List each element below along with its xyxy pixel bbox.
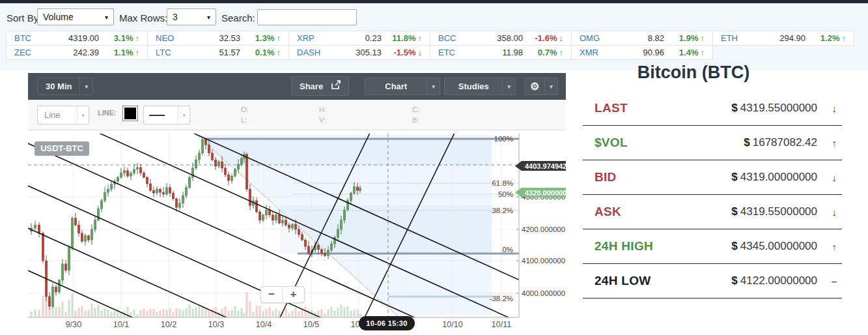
stat-row--vol: $VOL$16787082.42↑ xyxy=(583,126,842,160)
draw-type-value: Line xyxy=(38,110,67,120)
stat-row-ask: ASK$4319.55000000↓ xyxy=(583,195,842,229)
x-axis-label: 9/30 xyxy=(66,320,81,329)
zoom-controls: − + xyxy=(260,286,305,303)
max-rows-label: Max Rows: xyxy=(119,12,167,23)
trend-up-icon: ↑ xyxy=(135,48,140,57)
chevron-down-icon: ▾ xyxy=(79,78,92,95)
ticker-symbol: DASH xyxy=(297,48,331,57)
ticker-cell-xrp[interactable]: XRP0.2311.8%↑ xyxy=(288,31,430,46)
sort-by-select[interactable]: Volume ▾ xyxy=(37,8,114,25)
zoom-in-button[interactable]: + xyxy=(283,287,304,302)
stat-label: LAST xyxy=(595,101,628,115)
fib-level-label: 50% xyxy=(498,190,513,198)
ticker-cell-bcc[interactable]: BCC358.00-1.6%↓ xyxy=(430,31,572,46)
settings-button[interactable]: ⚙ ▾ xyxy=(524,78,558,95)
chart-type-button[interactable]: Chart ▾ xyxy=(365,78,440,95)
symbol-tag-label: USDT-BTC xyxy=(40,143,83,153)
line-style-select[interactable]: ▾ xyxy=(143,106,190,124)
stat-label: 24H HIGH xyxy=(595,239,653,254)
stat-value: $4345.00000000 xyxy=(731,240,817,253)
ticker-cell-btc[interactable]: BTC4319.003.1%↑ xyxy=(6,31,148,46)
coin-detail-panel: Bitcoin (BTC) LAST$4319.55000000↓$VOL$16… xyxy=(583,63,842,299)
ticker-cell-omg[interactable]: OMG8.821.9%↑ xyxy=(571,31,713,46)
line-color-swatch[interactable] xyxy=(122,106,138,121)
stat-row-24h-high: 24H HIGH$4345.00000000↑ xyxy=(583,229,842,264)
controls-row: Sort By: Volume ▾ Max Rows: 3 ▾ Search: xyxy=(0,8,868,28)
zoom-out-button[interactable]: − xyxy=(261,287,283,302)
stat-row-bid: BID$4319.00000000↓ xyxy=(583,160,842,195)
stat-value: $4319.00000000 xyxy=(731,171,817,184)
trend-up-icon: ↑ xyxy=(277,48,281,57)
ticker-price: 294.90 xyxy=(755,33,805,43)
x-axis-label: 10/5 xyxy=(303,320,319,329)
ticker-change: 11.8%↑ xyxy=(382,33,422,43)
ticker-cell-eth[interactable]: ETH294.901.2%↑ xyxy=(712,31,854,46)
ticker-change: 1.4%↑ xyxy=(664,48,705,57)
fib-level-label: 38.2% xyxy=(492,207,513,214)
ticker-price: 51.57 xyxy=(189,48,240,57)
ticker-cell-etc[interactable]: ETC11.980.7%↑ xyxy=(430,45,572,60)
interval-label: 30 Min xyxy=(38,81,79,91)
trend-up-icon: ↑ xyxy=(135,33,140,43)
stat-value: $4122.00000000 xyxy=(731,274,817,287)
stats-list: LAST$4319.55000000↓$VOL$16787082.42↑BID$… xyxy=(583,91,842,299)
trading-dashboard: Sort By: Volume ▾ Max Rows: 3 ▾ Search: … xyxy=(0,0,868,335)
ticker-change: 0.1%↑ xyxy=(240,48,281,57)
page-title: Bitcoin (BTC) xyxy=(583,63,842,83)
sort-by-value: Volume xyxy=(43,12,74,22)
ohlc-high-vol: H:V: xyxy=(319,104,326,125)
share-button[interactable]: Share xyxy=(291,76,349,96)
trend-up-icon: ↑ xyxy=(842,33,847,43)
chevron-down-icon: ▾ xyxy=(544,78,557,95)
search-input[interactable] xyxy=(257,9,357,25)
trend-flat-icon: – xyxy=(817,276,837,287)
trend-up-icon: ↑ xyxy=(277,33,281,43)
max-rows-select[interactable]: 3 ▾ xyxy=(167,8,216,25)
chevron-down-icon: ▾ xyxy=(427,78,440,95)
ticker-change: -1.5%↓ xyxy=(382,48,422,57)
stat-label: $VOL xyxy=(595,136,628,150)
fib-level-label: 100% xyxy=(494,135,513,143)
interval-button[interactable]: 30 Min ▾ xyxy=(37,78,93,95)
line-style-icon xyxy=(149,115,165,116)
ticker-change: -1.6%↓ xyxy=(523,33,563,43)
stat-label: 24H LOW xyxy=(595,274,651,288)
ticker-price: 8.82 xyxy=(613,33,664,43)
ticker-symbol: NEO xyxy=(156,33,189,43)
share-label: Share xyxy=(292,81,331,91)
x-axis-label: 10/2 xyxy=(161,320,176,329)
ticker-symbol: LTC xyxy=(156,48,189,57)
ticker-price: 4319.00 xyxy=(48,33,99,43)
trend-up-icon: ↑ xyxy=(701,33,705,43)
draw-type-select[interactable]: Line ▾ xyxy=(37,106,89,124)
ticker-change: 1.2%↑ xyxy=(805,33,846,43)
studies-button[interactable]: Studies ▾ xyxy=(444,78,516,95)
ticker-cell-dash[interactable]: DASH305.13-1.5%↓ xyxy=(288,45,430,60)
y-axis-label: 4100.000000 xyxy=(522,257,565,265)
ticker-symbol: XMR xyxy=(580,48,613,57)
ticker-cell-zec[interactable]: ZEC242.391.1%↑ xyxy=(6,45,148,60)
ohlc-close-base: C:B: xyxy=(412,104,419,125)
chevron-down-icon: ▾ xyxy=(178,106,189,124)
stat-row-24h-low: 24H LOW$4122.00000000– xyxy=(583,264,842,299)
share-icon xyxy=(331,80,342,92)
stat-row-last: LAST$4319.55000000↓ xyxy=(583,91,842,126)
price-marker-label: 4403.974942 xyxy=(525,162,566,170)
ticker-cell-xmr[interactable]: XMR90.961.4%↑ xyxy=(571,45,713,60)
ticker-symbol: ZEC xyxy=(14,48,48,57)
ticker-change: 1.1%↑ xyxy=(99,48,139,57)
x-axis-label: 10/1 xyxy=(113,320,129,329)
ticker-table: BTC4319.003.1%↑NEO32.531.3%↑XRP0.2311.8%… xyxy=(7,31,858,60)
fib-level-label: -38.2% xyxy=(490,295,513,302)
ticker-symbol: BTC xyxy=(14,33,48,43)
ticker-cell-neo[interactable]: NEO32.531.3%↑ xyxy=(147,31,289,46)
chart-type-label: Chart xyxy=(365,81,427,91)
studies-label: Studies xyxy=(445,81,502,91)
ticker-cell-ltc[interactable]: LTC51.570.1%↑ xyxy=(147,45,289,60)
stat-label: BID xyxy=(595,170,617,184)
x-axis-label: 10/10 xyxy=(442,320,462,329)
ticker-price: 90.96 xyxy=(613,48,664,57)
sort-by-label: Sort By: xyxy=(7,12,41,23)
line-label: LINE: xyxy=(98,109,117,117)
y-axis-label: 4200.000000 xyxy=(522,226,565,233)
